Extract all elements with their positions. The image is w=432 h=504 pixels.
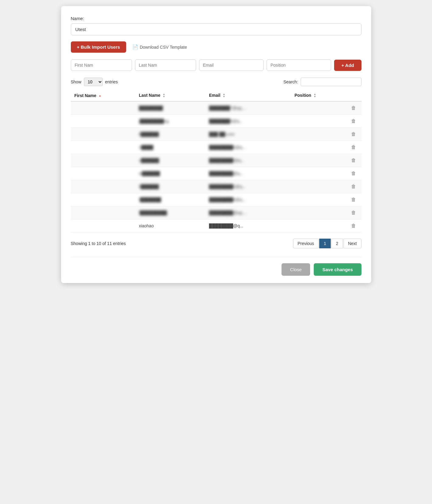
- table-controls: Show 10 25 50 100 entries Search:: [71, 78, 361, 86]
- cell-first-name: [71, 154, 135, 167]
- delete-row-button[interactable]: 🗑: [349, 157, 358, 164]
- cell-actions: 🗑: [346, 141, 361, 154]
- delete-row-button[interactable]: 🗑: [349, 183, 358, 190]
- cell-actions: 🗑: [346, 180, 361, 193]
- cell-email: ███ ██.com: [205, 128, 291, 141]
- table-row: t███████████████6@q...🗑: [71, 193, 361, 206]
- cell-first-name: [71, 180, 135, 193]
- cell-first-name: [71, 115, 135, 128]
- entries-label: entries: [105, 79, 118, 84]
- table-row: z██████████████l@q...🗑: [71, 154, 361, 167]
- cell-position: [291, 219, 346, 233]
- show-entries-control: Show 10 25 50 100 entries: [71, 78, 118, 86]
- cell-first-name: [71, 167, 135, 180]
- next-button[interactable]: Next: [344, 239, 361, 248]
- cell-first-name: [71, 206, 135, 219]
- delete-row-button[interactable]: 🗑: [349, 131, 358, 138]
- delete-row-button[interactable]: 🗑: [349, 170, 358, 177]
- search-box: Search:: [283, 78, 361, 86]
- sort-position-icon: ▲▼: [314, 93, 316, 98]
- table-row: n████████████6@q...🗑: [71, 141, 361, 154]
- cell-email: ████████@qq....: [205, 206, 291, 219]
- cell-actions: 🗑: [346, 154, 361, 167]
- table-row: xiaohao████████@q...🗑: [71, 219, 361, 233]
- cell-last-name: l█████████,: [135, 206, 206, 219]
- cell-last-name: j████████ng: [135, 115, 206, 128]
- cell-position: [291, 128, 346, 141]
- pagination-buttons: Previous 1 2 Next: [293, 239, 361, 248]
- entries-select[interactable]: 10 25 50 100: [84, 78, 103, 86]
- previous-button[interactable]: Previous: [293, 239, 319, 248]
- modal-container: Name: + Bulk Import Users 📄 Download CSV…: [61, 6, 371, 283]
- top-actions-bar: + Bulk Import Users 📄 Download CSV Templ…: [71, 41, 361, 53]
- cell-position: [291, 101, 346, 115]
- delete-row-button[interactable]: 🗑: [349, 196, 358, 203]
- csv-template-button[interactable]: 📄 Download CSV Template: [132, 44, 187, 50]
- first-name-input[interactable]: [71, 59, 132, 71]
- cell-position: [291, 180, 346, 193]
- close-button[interactable]: Close: [282, 263, 310, 276]
- position-input[interactable]: [267, 59, 331, 71]
- cell-first-name: [71, 219, 135, 233]
- col-actions: [346, 90, 361, 101]
- col-email[interactable]: Email ▲▼: [205, 90, 291, 101]
- email-input[interactable]: [199, 59, 264, 71]
- cell-email: ███████5@q...: [205, 115, 291, 128]
- bulk-import-button[interactable]: + Bulk Import Users: [71, 41, 126, 53]
- cell-email: ████████6@q...: [205, 141, 291, 154]
- add-button[interactable]: + Add: [334, 60, 361, 71]
- save-button[interactable]: Save changes: [314, 263, 361, 276]
- last-name-input[interactable]: [135, 59, 196, 71]
- csv-icon: 📄: [132, 44, 138, 50]
- cell-position: [291, 141, 346, 154]
- cell-email: ███████7@qq....: [205, 101, 291, 115]
- sort-email-icon: ▲▼: [223, 93, 225, 98]
- cell-last-name: xiaohao: [135, 219, 206, 233]
- page-2-button[interactable]: 2: [331, 239, 343, 248]
- search-label: Search:: [283, 79, 298, 84]
- col-position[interactable]: Position ▲▼: [291, 90, 346, 101]
- cell-first-name: [71, 101, 135, 115]
- cell-first-name: [71, 193, 135, 206]
- cell-actions: 🗑: [346, 101, 361, 115]
- cell-last-name: w██████: [135, 167, 206, 180]
- page-1-button[interactable]: 1: [319, 239, 331, 248]
- cell-last-name: li██████: [135, 180, 206, 193]
- cell-email: ████████@q...: [205, 219, 291, 233]
- table-header-row: First Name ▲ Last Name ▲▼ Email ▲▼: [71, 90, 361, 101]
- col-first-name[interactable]: First Name ▲: [71, 90, 135, 101]
- search-input[interactable]: [301, 78, 361, 86]
- cell-last-name: n████: [135, 141, 206, 154]
- pagination-row: Showing 1 to 10 of 11 entries Previous 1…: [71, 233, 361, 254]
- table-row: ███████████████7@qq....🗑: [71, 101, 361, 115]
- table-row: j████████ng███████5@q...🗑: [71, 115, 361, 128]
- col-last-name[interactable]: Last Name ▲▼: [135, 90, 206, 101]
- table-row: w██████████████@q...🗑: [71, 167, 361, 180]
- cell-position: [291, 115, 346, 128]
- cell-email: ████████@q...: [205, 167, 291, 180]
- delete-row-button[interactable]: 🗑: [349, 222, 358, 229]
- show-label: Show: [71, 79, 81, 84]
- cell-email: ████████0@q...: [205, 180, 291, 193]
- cell-position: [291, 206, 346, 219]
- users-table: First Name ▲ Last Name ▲▼ Email ▲▼: [71, 90, 361, 233]
- delete-row-button[interactable]: 🗑: [349, 209, 358, 216]
- cell-actions: 🗑: [346, 128, 361, 141]
- name-input[interactable]: [71, 23, 361, 35]
- pagination-info: Showing 1 to 10 of 11 entries: [71, 241, 126, 246]
- table-row: l█████████,████████@qq....🗑: [71, 206, 361, 219]
- table-row: li█████████ ██.com🗑: [71, 128, 361, 141]
- cell-email: ████████6@q...: [205, 193, 291, 206]
- cell-last-name: ████████: [135, 101, 206, 115]
- modal-footer: Close Save changes: [71, 257, 361, 283]
- cell-actions: 🗑: [346, 167, 361, 180]
- name-label: Name:: [71, 16, 361, 21]
- delete-row-button[interactable]: 🗑: [349, 105, 358, 111]
- sort-first-name-icon: ▲: [99, 95, 101, 97]
- cell-first-name: [71, 141, 135, 154]
- delete-row-button[interactable]: 🗑: [349, 118, 358, 124]
- cell-position: [291, 193, 346, 206]
- cell-last-name: t███████: [135, 193, 206, 206]
- cell-last-name: li██████: [135, 128, 206, 141]
- delete-row-button[interactable]: 🗑: [349, 144, 358, 151]
